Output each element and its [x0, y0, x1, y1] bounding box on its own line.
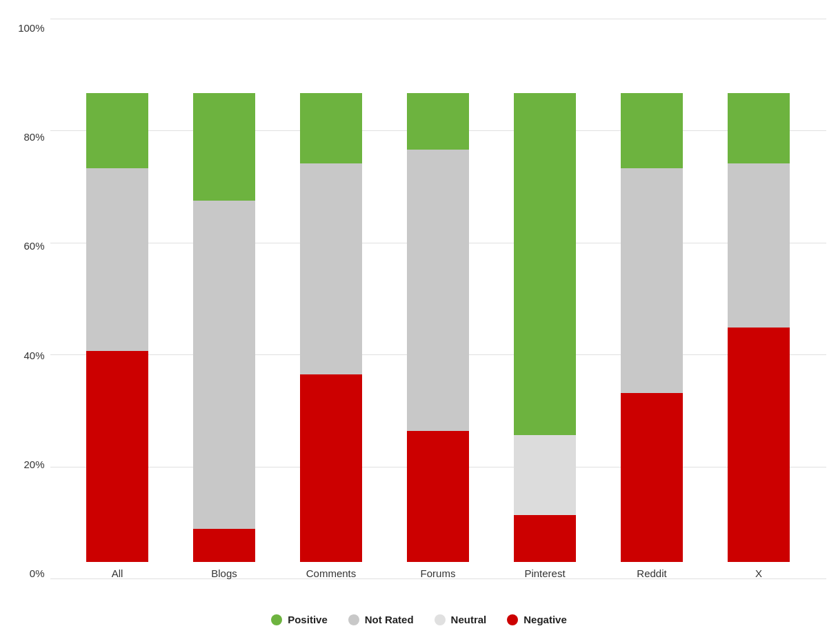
bar-stack [300, 93, 362, 562]
y-axis-label: 20% [23, 459, 44, 470]
bar-x-label: Pinterest [524, 567, 565, 579]
bar-x-label: X [755, 567, 762, 579]
bar-stack [193, 93, 255, 562]
legend-dot [271, 614, 282, 625]
bar-x-label: Reddit [637, 567, 666, 579]
bar-segment-neutral [514, 435, 576, 515]
legend-item-positive: Positive [271, 614, 328, 625]
y-axis-label: 40% [23, 350, 44, 361]
legend-item-neutral: Neutral [435, 614, 487, 625]
bar-stack [86, 93, 148, 562]
bar-x-label: Blogs [211, 567, 237, 579]
y-axis-label: 100% [18, 22, 44, 34]
bar-stack [621, 93, 683, 562]
bar-stack [514, 93, 576, 562]
bar-segment-positive [193, 93, 255, 201]
bar-segment-negative [193, 529, 255, 562]
bar-x-label: Forums [421, 567, 456, 579]
grid-and-bars: AllBlogsCommentsForumsPinterestRedditX [50, 19, 826, 600]
y-axis: 100%80%60%40%20%0% [12, 19, 50, 600]
bar-group: Blogs [193, 93, 255, 579]
bar-segment-negative [728, 328, 790, 562]
legend-label: Not Rated [365, 614, 414, 625]
bar-x-label: All [112, 567, 123, 579]
chart-area: 100%80%60%40%20%0% AllBlogsCommentsForum… [12, 19, 826, 600]
legend: PositiveNot RatedNeutralNegative [12, 614, 826, 625]
legend-label: Negative [523, 614, 567, 625]
bar-x-label: Comments [306, 567, 357, 579]
bar-segment-positive [407, 93, 469, 150]
bar-segment-positive [514, 93, 576, 435]
legend-item-negative: Negative [507, 614, 567, 625]
bar-segment-negative [407, 431, 469, 562]
y-axis-label: 60% [23, 240, 44, 252]
bar-segment-positive [621, 93, 683, 168]
bar-segment-negative [514, 515, 576, 562]
y-axis-label: 80% [23, 131, 44, 143]
bar-segment-positive [728, 93, 790, 163]
bar-segment-negative [86, 351, 148, 562]
bar-segment-positive [300, 93, 362, 163]
bar-segment-negative [300, 374, 362, 562]
bar-group: All [86, 93, 148, 579]
chart-inner: AllBlogsCommentsForumsPinterestRedditX [50, 19, 826, 600]
bar-stack [728, 93, 790, 562]
legend-dot [435, 614, 446, 625]
legend-dot [348, 614, 359, 625]
legend-label: Positive [288, 614, 328, 625]
bar-group: Reddit [621, 93, 683, 579]
bar-segment-notRated [621, 168, 683, 393]
bar-segment-notRated [193, 201, 255, 529]
chart-container: 100%80%60%40%20%0% AllBlogsCommentsForum… [12, 19, 826, 625]
bar-segment-negative [621, 393, 683, 562]
bar-group: Pinterest [514, 93, 576, 579]
bar-segment-notRated [728, 163, 790, 328]
y-axis-label: 0% [30, 567, 45, 579]
bar-group: X [728, 93, 790, 579]
bar-segment-notRated [300, 163, 362, 374]
bar-group: Forums [407, 93, 469, 579]
bar-segment-notRated [407, 150, 469, 431]
legend-item-not-rated: Not Rated [348, 614, 414, 625]
bar-group: Comments [300, 93, 362, 579]
legend-dot [507, 614, 518, 625]
bars-row: AllBlogsCommentsForumsPinterestRedditX [50, 19, 826, 579]
bar-segment-notRated [86, 168, 148, 351]
bar-segment-positive [86, 93, 148, 168]
bar-stack [407, 93, 469, 562]
legend-label: Neutral [451, 614, 487, 625]
